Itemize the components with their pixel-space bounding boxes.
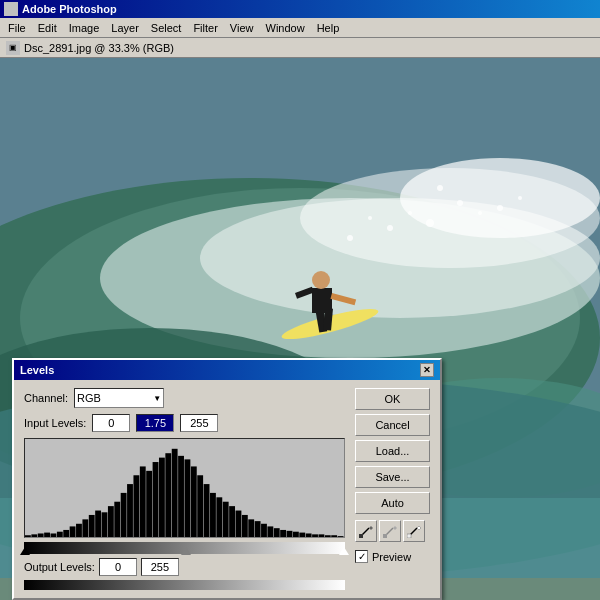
output-gradient [24, 580, 345, 590]
input-mid-field[interactable] [136, 414, 174, 432]
svg-rect-41 [95, 511, 101, 537]
menu-file[interactable]: File [2, 20, 32, 36]
svg-rect-70 [280, 530, 286, 537]
svg-rect-39 [82, 519, 88, 537]
black-eyedropper-button[interactable] [355, 520, 377, 542]
svg-rect-34 [51, 533, 57, 537]
ok-button[interactable]: OK [355, 388, 430, 410]
svg-point-21 [457, 200, 463, 206]
svg-rect-45 [121, 493, 127, 537]
svg-rect-79 [338, 536, 344, 537]
svg-rect-30 [25, 535, 31, 537]
gray-eyedropper-button[interactable] [379, 520, 401, 542]
svg-point-17 [312, 271, 330, 289]
midpoint-slider[interactable] [181, 547, 191, 555]
levels-dialog-title: Levels [20, 364, 54, 376]
menu-layer[interactable]: Layer [105, 20, 145, 36]
svg-rect-59 [210, 493, 216, 537]
svg-rect-52 [165, 453, 171, 537]
levels-dialog: Levels ✕ Channel: RGB ▼ Input Levels: [12, 358, 442, 600]
input-levels-row: Input Levels: [24, 414, 345, 432]
svg-rect-84 [383, 534, 387, 538]
svg-rect-57 [197, 475, 203, 537]
svg-rect-35 [57, 532, 63, 537]
app-icon [4, 2, 18, 16]
svg-rect-75 [312, 534, 318, 537]
svg-rect-54 [178, 456, 184, 537]
levels-close-button[interactable]: ✕ [420, 363, 434, 377]
channel-label: Channel: [24, 392, 68, 404]
menu-bar: File Edit Image Layer Select Filter View… [0, 18, 600, 38]
histogram-svg [25, 439, 344, 537]
levels-body: Channel: RGB ▼ Input Levels: [14, 380, 440, 598]
app-title-bar: Adobe Photoshop [0, 0, 600, 18]
svg-rect-73 [299, 533, 305, 537]
svg-rect-72 [293, 532, 299, 537]
svg-rect-81 [359, 534, 363, 538]
menu-view[interactable]: View [224, 20, 260, 36]
svg-rect-42 [102, 512, 108, 537]
svg-rect-47 [133, 475, 139, 537]
svg-rect-32 [38, 533, 44, 537]
svg-rect-53 [172, 449, 178, 537]
svg-rect-38 [76, 524, 82, 537]
preview-label: Preview [372, 551, 411, 563]
svg-marker-85 [393, 526, 397, 530]
eyedropper-row [355, 520, 430, 542]
svg-marker-88 [417, 526, 421, 530]
svg-point-26 [518, 196, 522, 200]
svg-rect-51 [159, 458, 165, 537]
menu-image[interactable]: Image [63, 20, 106, 36]
preview-checkbox[interactable]: ✓ [355, 550, 368, 563]
svg-rect-87 [407, 534, 411, 538]
svg-rect-64 [242, 515, 248, 537]
svg-rect-48 [140, 466, 146, 537]
load-button[interactable]: Load... [355, 440, 430, 462]
input-levels-label: Input Levels: [24, 417, 86, 429]
preview-row: ✓ Preview [355, 550, 430, 563]
channel-select[interactable]: RGB ▼ [74, 388, 164, 408]
svg-rect-33 [44, 533, 50, 537]
svg-rect-68 [267, 526, 273, 537]
output-low-field[interactable] [99, 558, 137, 576]
svg-rect-40 [89, 515, 95, 537]
white-eyedropper-button[interactable] [403, 520, 425, 542]
input-low-field[interactable] [92, 414, 130, 432]
menu-filter[interactable]: Filter [187, 20, 223, 36]
svg-point-23 [347, 235, 353, 241]
white-point-slider[interactable] [339, 547, 349, 555]
input-high-field[interactable] [180, 414, 218, 432]
menu-window[interactable]: Window [260, 20, 311, 36]
svg-rect-46 [127, 484, 133, 537]
svg-rect-37 [70, 526, 76, 537]
black-point-slider[interactable] [20, 547, 30, 555]
svg-rect-71 [287, 531, 293, 537]
document-title-bar: ▣ Dsc_2891.jpg @ 33.3% (RGB) [0, 38, 600, 58]
auto-button[interactable]: Auto [355, 492, 430, 514]
save-button[interactable]: Save... [355, 466, 430, 488]
output-levels-row: Output Levels: [24, 558, 345, 576]
svg-rect-44 [114, 502, 120, 537]
menu-help[interactable]: Help [311, 20, 346, 36]
svg-point-25 [497, 205, 503, 211]
svg-rect-67 [261, 524, 267, 537]
svg-point-19 [408, 211, 412, 215]
svg-point-22 [478, 211, 482, 215]
menu-select[interactable]: Select [145, 20, 188, 36]
channel-dropdown-arrow: ▼ [153, 394, 161, 403]
svg-point-20 [426, 219, 434, 227]
svg-rect-55 [185, 459, 191, 537]
menu-edit[interactable]: Edit [32, 20, 63, 36]
output-high-field[interactable] [141, 558, 179, 576]
svg-rect-69 [274, 528, 280, 537]
gradient-slider[interactable] [24, 542, 345, 554]
svg-rect-43 [108, 506, 114, 537]
svg-rect-78 [331, 535, 337, 537]
document-title: Dsc_2891.jpg @ 33.3% (RGB) [24, 42, 174, 54]
channel-value: RGB [77, 392, 101, 404]
svg-rect-60 [216, 497, 222, 537]
svg-marker-82 [369, 526, 373, 530]
cancel-button[interactable]: Cancel [355, 414, 430, 436]
document-icon: ▣ [6, 41, 20, 55]
svg-rect-49 [146, 471, 152, 537]
